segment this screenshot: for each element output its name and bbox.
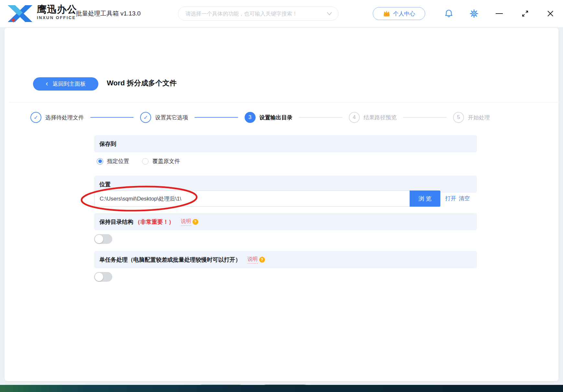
back-button-label: 返回到主面板 (53, 80, 86, 88)
section-title: 保持目录结构 (99, 218, 133, 226)
step-connector (299, 117, 342, 118)
step-label: 结果路径预览 (364, 114, 397, 121)
toggle-knob (95, 235, 103, 243)
crown-icon (383, 10, 391, 17)
keep-structure-help-link[interactable]: 说明 (181, 218, 191, 226)
radio-unselected-icon (142, 158, 149, 165)
window-minimize-button[interactable] (494, 9, 504, 18)
page-title: Word 拆分成多个文件 (107, 78, 177, 88)
step-number: 4 (349, 112, 360, 123)
browse-label: 浏 览 (419, 195, 432, 202)
question-mark-icon[interactable]: ? (259, 257, 265, 263)
close-icon (546, 10, 554, 17)
function-search-box[interactable] (178, 6, 338, 21)
step-number: 3 (245, 112, 256, 123)
save-to-radio-group: 指定位置 覆盖原文件 (97, 158, 180, 165)
single-task-help-link[interactable]: 说明 (248, 256, 258, 264)
settings-button[interactable] (469, 9, 479, 18)
chevron-down-icon[interactable] (326, 11, 332, 16)
brand-logo-icon (6, 4, 34, 23)
chevron-left-icon: ‹ (46, 81, 48, 87)
step-number: 5 (453, 112, 464, 123)
clear-path-link[interactable]: 清空 (459, 191, 470, 207)
step-2-options: ✓ 设置其它选项 (140, 112, 188, 123)
step-check-icon: ✓ (140, 112, 151, 123)
step-label: 选择待处理文件 (45, 114, 84, 121)
section-title: 保存到 (99, 140, 116, 148)
user-center-button[interactable]: 个人中心 (373, 7, 425, 20)
user-center-label: 个人中心 (393, 10, 415, 17)
radio-label: 指定位置 (107, 158, 129, 165)
window-close-button[interactable] (546, 9, 555, 18)
search-input[interactable] (185, 11, 326, 17)
step-1-select-files: ✓ 选择待处理文件 (30, 112, 84, 123)
maximize-icon (521, 10, 529, 17)
desktop-wallpaper-strip (0, 385, 563, 392)
brand-name-en: INXUN OFFICE (37, 15, 77, 20)
step-5-start: 5 开始处理 (453, 112, 490, 123)
bell-icon (445, 9, 453, 18)
toggle-knob (95, 273, 103, 281)
help-label: 说明 (181, 218, 191, 225)
main-panel: ‹ 返回到主面板 Word 拆分成多个文件 ✓ 选择待处理文件 ✓ 设置其它选项… (5, 28, 558, 381)
step-3-output-dir: 3 设置输出目录 (245, 112, 293, 123)
radio-specified-location[interactable]: 指定位置 (97, 158, 129, 165)
back-to-dashboard-button[interactable]: ‹ 返回到主面板 (33, 77, 98, 91)
radio-overwrite-original[interactable]: 覆盖原文件 (142, 158, 180, 165)
brand-text: 鹰迅办公 INXUN OFFICE (37, 4, 77, 20)
step-label: 设置其它选项 (155, 114, 188, 121)
step-connector (90, 117, 134, 118)
keep-structure-toggle-off[interactable] (94, 234, 112, 244)
wizard-steps: ✓ 选择待处理文件 ✓ 设置其它选项 3 设置输出目录 4 结果路径预览 5 开… (30, 112, 490, 123)
radio-label: 覆盖原文件 (152, 158, 180, 165)
title-bar: 鹰迅办公 INXUN OFFICE 批量处理工具箱 v1.13.0 个人中心 (0, 0, 563, 27)
section-title: 位置 (99, 180, 111, 188)
step-label: 设置输出目录 (259, 114, 293, 121)
step-connector (194, 117, 238, 118)
section-single-task: 单任务处理（电脑配置较差或批量处理较慢时可以打开） 说明 ? (94, 251, 477, 268)
radio-selected-icon (97, 158, 103, 165)
app-title: 批量处理工具箱 v1.13.0 (76, 0, 141, 27)
single-task-toggle-off[interactable] (94, 272, 112, 282)
app-window: 鹰迅办公 INXUN OFFICE 批量处理工具箱 v1.13.0 个人中心 (0, 0, 563, 392)
step-4-preview: 4 结果路径预览 (349, 112, 397, 123)
help-label: 说明 (248, 256, 258, 263)
step-connector (403, 117, 447, 118)
step-label: 开始处理 (468, 114, 490, 121)
section-keep-structure: 保持目录结构 （非常重要！） 说明 ? (94, 213, 477, 230)
open-folder-link[interactable]: 打开 (445, 191, 456, 207)
question-mark-icon[interactable]: ? (193, 219, 198, 225)
gear-icon (469, 9, 479, 18)
step-check-icon: ✓ (30, 112, 41, 123)
section-save-to: 保存到 (94, 135, 477, 152)
header-divider (9, 102, 563, 103)
output-path-input[interactable] (94, 191, 410, 207)
minimize-icon (496, 13, 503, 14)
important-note: （非常重要！） (135, 218, 174, 226)
browse-button[interactable]: 浏 览 (410, 191, 440, 207)
notifications-button[interactable] (444, 9, 454, 18)
window-maximize-button[interactable] (520, 9, 530, 18)
section-title: 单任务处理（电脑配置较差或批量处理较慢时可以打开） (99, 256, 241, 264)
brand-name-cn: 鹰迅办公 (37, 4, 77, 15)
